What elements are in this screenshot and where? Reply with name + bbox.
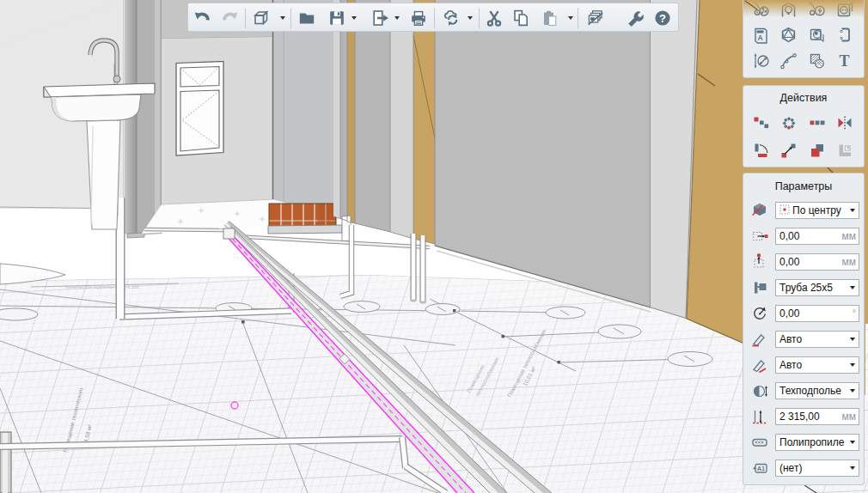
svg-text:A1: A1 xyxy=(757,466,765,472)
svg-text:T: T xyxy=(839,52,849,70)
svg-text:?: ? xyxy=(659,12,666,25)
svg-text:Техническое подполье отм. -2,1: Техническое подполье отм. -2,100 xyxy=(64,284,139,289)
svg-text:A: A xyxy=(757,33,762,42)
